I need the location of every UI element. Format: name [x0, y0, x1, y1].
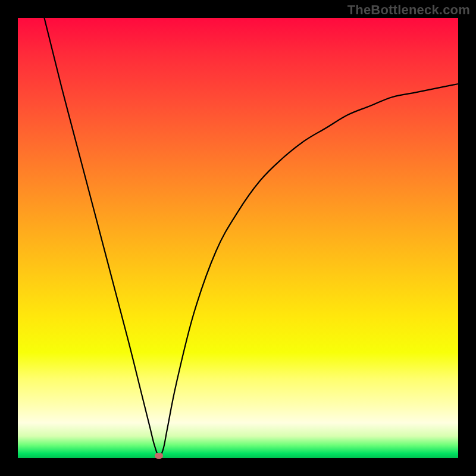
- watermark-text: TheBottleneck.com: [347, 2, 470, 18]
- plot-area: [18, 18, 458, 458]
- curve-minimum-marker: [155, 453, 163, 459]
- chart-frame: TheBottleneck.com: [0, 0, 476, 476]
- bottleneck-curve: [18, 18, 458, 458]
